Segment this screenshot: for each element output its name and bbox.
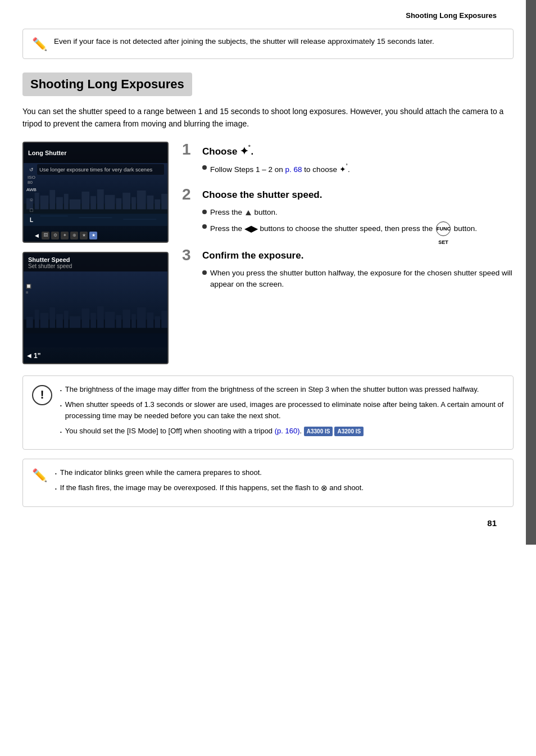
svg-rect-27 [49,307,55,328]
pencil-icon: ✏️ [32,37,47,52]
cam2-sidebar: 🔲 ≡ [26,284,31,295]
func-set-button-icon: FUNCSET [436,221,451,236]
step-2-bullet-2: Press the ◀▶ buttons to choose the shutt… [202,221,514,236]
bullet-dot-2a [202,210,207,214]
step-2-bullet-1-text: Press the button. [210,207,278,218]
step-1-link[interactable]: p. 68 [285,165,302,173]
cam2-arrow-left: ◀ [27,352,31,359]
step-2-bullets: Press the button. Press the ◀▶ buttons t… [202,207,514,236]
svg-rect-39 [147,313,154,328]
step-2-bullet-2-text: Press the ◀▶ buttons to choose the shutt… [210,221,477,236]
step-1-header: 1 Choose ✦˚. [182,142,514,158]
bullet-dot-2b [202,224,207,229]
svg-rect-26 [40,313,49,328]
cam-icon-bracket: □ [26,206,37,215]
page-number: 81 [22,518,514,528]
svg-rect-25 [35,310,39,328]
step-1-bullet-1: Follow Steps 1 – 2 on p. 68 to choose ✦˚… [202,162,514,175]
step-3-bullet-text: When you press the shutter button halfwa… [210,268,514,291]
header-title: Shooting Long Exposures [406,11,497,20]
svg-rect-5 [56,197,63,210]
warning-text-2: When shutter speeds of 1.3 seconds or sl… [65,399,504,421]
pencil-content: • The indicator blinks green while the c… [55,467,504,499]
warning-bullet-3: • You should set the [IS Mode] to [Off] … [60,425,504,437]
cam2-top-bar: Shutter Speed Set shutter speed [24,253,167,271]
cam1-top-overlay: Long Shutter [24,143,167,163]
svg-rect-32 [90,313,96,328]
camera-screen-2: Shutter Speed Set shutter speed 🔲 ≡ ◀ 1" [22,252,169,364]
step-3: 3 Confirm the exposure. When you press t… [182,247,514,291]
warning-dot-2: • [60,402,62,409]
bullet-dot-3 [202,270,207,275]
step-3-bullets: When you press the shutter button halfwa… [202,268,514,291]
pencil-text-1: The indicator blinks green while the cam… [60,467,262,478]
step-1-bullets: Follow Steps 1 – 2 on p. 68 to choose ✦˚… [202,162,514,175]
svg-rect-34 [105,312,115,328]
warning-dot-1: • [60,387,62,394]
svg-rect-6 [64,194,69,210]
step-3-title: Confirm the exposure. [202,247,303,262]
warning-text-1: The brightness of the image may differ f… [65,384,479,395]
images-column: Long Shutter Use longer exposure times f… [22,142,169,364]
svg-rect-10 [97,189,104,209]
svg-rect-18 [161,194,167,210]
cam-mode-5: ★ [80,232,88,239]
svg-rect-24 [26,317,33,328]
warning-dot-3: • [60,429,62,436]
step-2-header: 2 Choose the shutter speed. [182,187,514,202]
svg-rect-7 [70,200,81,210]
camera-screen-1: Long Shutter Use longer exposure times f… [22,142,169,243]
page-header: Shooting Long Exposures [22,11,514,20]
svg-rect-15 [137,191,146,209]
pencil-text-2: If the flash fires, the image may be ove… [60,482,364,494]
step-2-bullet-1: Press the button. [202,207,514,218]
section-title: Shooting Long Exposures [22,73,192,96]
step-1: 1 Choose ✦˚. Follow Steps 1 – 2 on p. 68… [182,142,514,175]
up-arrow-icon [246,210,251,215]
pencil-note-icon: ✏️ [32,468,47,483]
step-3-bullet-1: When you press the shutter button halfwa… [202,268,514,291]
svg-rect-33 [97,306,104,328]
step-2-number: 2 [182,187,198,202]
pencil-bullet-2: • If the flash fires, the image may be o… [55,482,504,494]
warning-page-link[interactable]: (p. 160) [275,427,300,435]
intro-paragraph: You can set the shutter speed to a range… [22,105,514,130]
svg-rect-4 [49,190,55,209]
cam2-label: Shutter Speed [28,256,163,263]
svg-rect-30 [70,316,81,328]
top-note-box: ✏️ Even if your face is not detected aft… [22,29,514,59]
top-note-text: Even if your face is not detected after … [54,36,434,47]
cam-mode-active: ★ [89,232,97,239]
cam2-speed: 1" [34,352,40,360]
svg-rect-17 [155,200,160,210]
svg-rect-8 [81,192,89,210]
warning-bullet-2: • When shutter speeds of 1.3 seconds or … [60,399,504,421]
warning-box: ! • The brightness of the image may diff… [22,375,514,450]
warning-text-3: You should set the [IS Mode] to [Off] wh… [65,425,365,437]
cam2-sublabel: Set shutter speed [28,263,163,269]
svg-rect-40 [155,316,160,328]
pencil-dot-2: • [55,486,57,492]
pencil-bullet-1: • The indicator blinks green while the c… [55,467,504,478]
main-content: Long Shutter Use longer exposure times f… [22,142,514,364]
cam1-sublabel: Use longer exposure times for very dark … [39,166,162,173]
step-3-header: 3 Confirm the exposure. [182,247,514,263]
cam-icon-rotate: ↺ [26,165,37,174]
pencil-note-box: ✏️ • The indicator blinks green while th… [22,459,514,508]
cam-mode-4: ⊕ [70,232,78,239]
svg-rect-31 [81,309,89,328]
svg-rect-16 [147,196,154,210]
step-1-title: Choose ✦˚. [202,142,253,158]
svg-rect-19 [24,214,167,226]
svg-rect-38 [137,307,146,328]
svg-rect-14 [131,197,136,210]
badge-a3200: A3200 IS [334,427,364,436]
cam1-bottom-icons: ◀ 🖼 ⚙ ✦ ⊕ ★ ★ [35,232,165,239]
step-1-bullet-text: Follow Steps 1 – 2 on p. 68 to choose ✦˚… [210,162,350,175]
warning-bullet-1: • The brightness of the image may differ… [60,384,504,395]
step-2: 2 Choose the shutter speed. Press the bu… [182,187,514,236]
cam-mode-3: ✦ [61,232,69,239]
cam-icon-face: ☺ [26,196,37,205]
svg-rect-35 [116,315,121,328]
step-1-number: 1 [182,142,198,157]
